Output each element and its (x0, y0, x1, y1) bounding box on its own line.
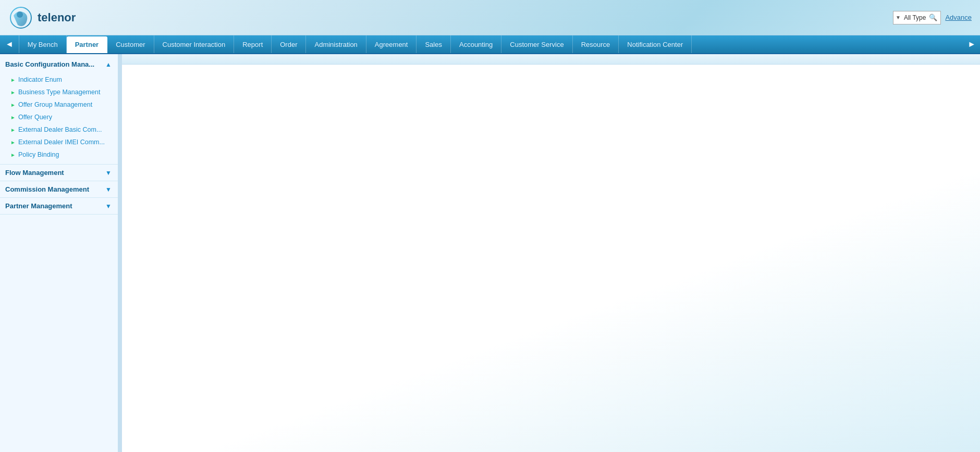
sidebar-section-header-flow-management[interactable]: Flow Management▼ (0, 165, 118, 181)
content-top-bar (122, 54, 980, 65)
nav-item-my-bench[interactable]: My Bench (19, 35, 67, 53)
main-layout: Basic Configuration Mana...▲►Indicator E… (0, 54, 980, 452)
nav-items-container: My BenchPartnerCustomerCustomer Interact… (19, 35, 692, 53)
sidebar-item-label-policy-binding: Policy Binding (18, 151, 59, 158)
sidebar-section-partner-management: Partner Management▼ (0, 198, 118, 215)
sidebar-item-policy-binding[interactable]: ►Policy Binding (0, 148, 118, 161)
sidebar-item-external-dealer-basic[interactable]: ►External Dealer Basic Com... (0, 123, 118, 136)
nav-item-partner[interactable]: Partner (67, 36, 108, 53)
sidebar-section-header-commission-management[interactable]: Commission Management▼ (0, 181, 118, 197)
sidebar-section-header-partner-management[interactable]: Partner Management▼ (0, 198, 118, 214)
nav-item-customer[interactable]: Customer (107, 35, 154, 53)
sidebar-item-arrow-icon: ► (10, 90, 16, 95)
nav-item-sales[interactable]: Sales (416, 35, 451, 53)
nav-back-arrow[interactable]: ◄ (0, 35, 19, 53)
sidebar-section-label-basic-config: Basic Configuration Mana... (5, 60, 94, 68)
sidebar-section-header-basic-config[interactable]: Basic Configuration Mana...▲ (0, 56, 118, 72)
sidebar-item-label-business-type-mgmt: Business Type Management (18, 89, 101, 96)
nav-item-report[interactable]: Report (234, 35, 272, 53)
nav-item-customer-interaction[interactable]: Customer Interaction (154, 35, 235, 53)
sidebar-item-label-external-dealer-basic: External Dealer Basic Com... (18, 126, 102, 133)
nav-item-notification-center[interactable]: Notification Center (619, 35, 692, 53)
sidebar-item-arrow-icon: ► (10, 140, 16, 145)
sidebar-section-basic-config: Basic Configuration Mana...▲►Indicator E… (0, 56, 118, 165)
sidebar-item-arrow-icon: ► (10, 77, 16, 83)
sidebar-item-indicator-enum[interactable]: ►Indicator Enum (0, 73, 118, 86)
sidebar-item-label-offer-group-mgmt: Offer Group Management (18, 101, 92, 108)
nav-item-agreement[interactable]: Agreement (366, 35, 417, 53)
sidebar-item-label-offer-query: Offer Query (18, 114, 52, 121)
sidebar-section-flow-management: Flow Management▼ (0, 165, 118, 181)
search-box[interactable]: ▼ All Type 🔍 (893, 11, 941, 24)
nav-item-customer-service[interactable]: Customer Service (501, 35, 572, 53)
sidebar-section-toggle-partner-management: ▼ (105, 203, 112, 210)
search-type-label: All Type (902, 14, 928, 21)
sidebar-item-arrow-icon: ► (10, 115, 16, 120)
nav-item-order[interactable]: Order (272, 35, 306, 53)
sidebar: Basic Configuration Mana...▲►Indicator E… (0, 54, 119, 452)
dropdown-arrow-icon: ▼ (896, 15, 901, 20)
sidebar-section-label-commission-management: Commission Management (5, 185, 89, 193)
header: telenor ▼ All Type 🔍 Advance (0, 0, 980, 35)
nav-item-accounting[interactable]: Accounting (451, 35, 501, 53)
sidebar-section-toggle-basic-config: ▲ (105, 61, 112, 68)
logo-area: telenor (8, 5, 76, 30)
sidebar-item-offer-query[interactable]: ►Offer Query (0, 111, 118, 123)
sidebar-item-arrow-icon: ► (10, 152, 16, 158)
sidebar-item-arrow-icon: ► (10, 102, 16, 108)
sidebar-items-basic-config: ►Indicator Enum►Business Type Management… (0, 72, 118, 164)
svg-point-1 (17, 11, 23, 18)
nav-item-administration[interactable]: Administration (306, 35, 366, 53)
content-area (122, 54, 980, 452)
advance-link[interactable]: Advance (945, 14, 972, 21)
search-button[interactable]: 🔍 (928, 14, 938, 21)
sidebar-item-label-external-dealer-imei: External Dealer IMEI Comm... (18, 139, 105, 146)
logo-text: telenor (38, 11, 76, 24)
telenor-logo-icon (8, 5, 33, 30)
navbar: ◄ My BenchPartnerCustomerCustomer Intera… (0, 35, 980, 54)
sidebar-section-toggle-flow-management: ▼ (105, 169, 112, 177)
nav-forward-arrow[interactable]: ► (963, 35, 980, 53)
sidebar-item-arrow-icon: ► (10, 127, 16, 133)
header-right: ▼ All Type 🔍 Advance (893, 11, 972, 24)
sidebar-item-business-type-mgmt[interactable]: ►Business Type Management (0, 86, 118, 98)
sidebar-section-commission-management: Commission Management▼ (0, 181, 118, 198)
sidebar-section-toggle-commission-management: ▼ (105, 186, 112, 193)
sidebar-item-offer-group-mgmt[interactable]: ►Offer Group Management (0, 98, 118, 111)
sidebar-item-label-indicator-enum: Indicator Enum (18, 76, 62, 83)
sidebar-section-label-partner-management: Partner Management (5, 202, 72, 210)
sidebar-item-external-dealer-imei[interactable]: ►External Dealer IMEI Comm... (0, 136, 118, 148)
nav-item-resource[interactable]: Resource (573, 35, 619, 53)
sidebar-sections-container: Basic Configuration Mana...▲►Indicator E… (0, 56, 118, 215)
sidebar-section-label-flow-management: Flow Management (5, 169, 64, 177)
